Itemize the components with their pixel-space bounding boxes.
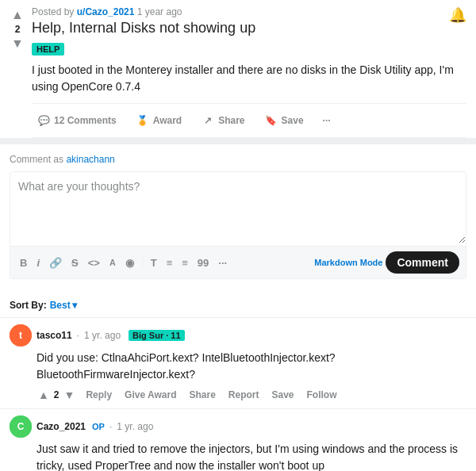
reply-button[interactable]: Reply (83, 388, 115, 402)
comment-1: t tasco11 · 1 yr. ago Big Sur · 11 Did y… (0, 317, 476, 408)
comment-upvote-button[interactable]: ▲ (36, 389, 51, 401)
toolbar-separator (142, 256, 143, 269)
post-title: Help, Internal Disks not showing up (32, 19, 466, 37)
award-button[interactable]: 🏅 Award (131, 110, 186, 131)
comments-button[interactable]: 💬 12 Comments (32, 110, 121, 131)
share-button[interactable]: Share (186, 388, 218, 402)
comment-author-row: C Cazo_2021 OP · 1 yr. ago (10, 415, 466, 438)
comment-author-row: t tasco11 · 1 yr. ago Big Sur · 11 (10, 324, 466, 347)
comment-author-name: tasco11 (36, 330, 72, 341)
link-button[interactable]: 🔗 (46, 255, 65, 270)
comment-time: · (77, 330, 79, 341)
comment-2: C Cazo_2021 OP · 1 yr. ago Just saw it a… (0, 408, 476, 471)
give-award-button[interactable]: Give Award (121, 388, 179, 402)
report-button[interactable]: Report (225, 388, 263, 402)
save-button[interactable]: 🔖 Save (259, 110, 309, 131)
comment-body: Just saw it and tried to remove the inje… (36, 441, 466, 471)
post-content: Posted by u/Cazo_2021 1 year ago Help, I… (32, 6, 466, 138)
post-meta: Posted by u/Cazo_2021 1 year ago (32, 6, 466, 17)
superscript-button[interactable]: A (106, 256, 119, 269)
share-button[interactable]: ↗ Share (196, 110, 249, 131)
numbered-list-button[interactable]: ≡ (178, 255, 191, 270)
avatar-image: t (10, 324, 32, 347)
save-button[interactable]: Save (269, 388, 298, 402)
comment-submit-button[interactable]: Comment (386, 251, 459, 274)
svg-text:C: C (17, 421, 25, 432)
comment-vote-count: 2 (54, 389, 60, 400)
code-button[interactable]: <> (85, 255, 103, 270)
post-flair: HELP (32, 43, 64, 56)
vote-count: 2 (15, 24, 21, 35)
comment-vote: ▲ 2 ▼ (36, 389, 76, 401)
comment-icon: 💬 (36, 113, 51, 128)
bookmark-icon: 🔖 (264, 113, 278, 128)
downvote-button[interactable]: ▼ (11, 36, 24, 51)
strikethrough-button[interactable]: S (68, 255, 82, 270)
upvote-button[interactable]: ▲ (11, 8, 24, 22)
avatar-image: C (10, 415, 32, 438)
avatar: t (10, 324, 32, 347)
section-divider (0, 138, 476, 144)
follow-button[interactable]: Follow (304, 388, 340, 402)
comment-box: B i 🔗 S <> A ◉ T ≡ ≡ 99 ··· Markdown Mod… (10, 171, 466, 279)
vote-section: ▲ 2 ▼ (10, 8, 25, 138)
comment-body: Did you use: CtlnaAhciPort.kext? IntelBl… (36, 350, 466, 383)
post-actions: 💬 12 Comments 🏅 Award ↗ Share 🔖 Save ··· (32, 103, 466, 138)
award-icon: 🏅 (136, 113, 150, 128)
comment-as-label: Comment as akinachann (10, 154, 466, 165)
comment-username-link[interactable]: akinachann (66, 154, 114, 165)
comment-textarea[interactable] (10, 172, 466, 243)
notification-area: 🔔 (449, 6, 466, 24)
comment-actions: ▲ 2 ▼ Reply Give Award Share Report Save… (36, 388, 466, 402)
post-header: ▲ 2 ▼ Posted by u/Cazo_2021 1 year ago H… (0, 0, 476, 138)
markdown-mode-button[interactable]: Markdown Mode (314, 258, 382, 267)
comment-toolbar: B i 🔗 S <> A ◉ T ≡ ≡ 99 ··· Markdown Mod… (10, 246, 466, 278)
toolbar-more-button[interactable]: ··· (215, 255, 230, 270)
comment-downvote-button[interactable]: ▼ (63, 389, 77, 401)
avatar: C (10, 415, 32, 438)
bell-icon[interactable]: 🔔 (449, 7, 466, 23)
spoiler-button[interactable]: ◉ (122, 255, 137, 270)
op-badge: OP (92, 422, 105, 431)
comment-section: Comment as akinachann B i 🔗 S <> A ◉ T ≡… (0, 144, 476, 293)
comment-flair: Big Sur · 11 (129, 330, 185, 341)
svg-text:t: t (19, 330, 22, 341)
comment-time-value: 1 yr. ago (84, 330, 121, 341)
post-body: I just booted in the Monterey installer … (32, 62, 466, 95)
sort-bar: Sort By: Best ▾ (0, 293, 476, 317)
blockquote-button[interactable]: 99 (194, 255, 212, 270)
sort-select[interactable]: Best ▾ (50, 300, 77, 311)
post-author-link[interactable]: u/Cazo_2021 (77, 6, 135, 17)
share-icon: ↗ (201, 113, 215, 128)
more-button[interactable]: ··· (318, 112, 336, 129)
bold-button[interactable]: B (17, 255, 30, 270)
comment-author-name: Cazo_2021 (36, 421, 86, 432)
bullet-list-button[interactable]: ≡ (163, 255, 176, 270)
heading-button[interactable]: T (148, 255, 160, 270)
comment-time-value: 1 yr. ago (117, 421, 153, 432)
comment-separator: · (109, 421, 112, 432)
italic-button[interactable]: i (33, 255, 43, 270)
